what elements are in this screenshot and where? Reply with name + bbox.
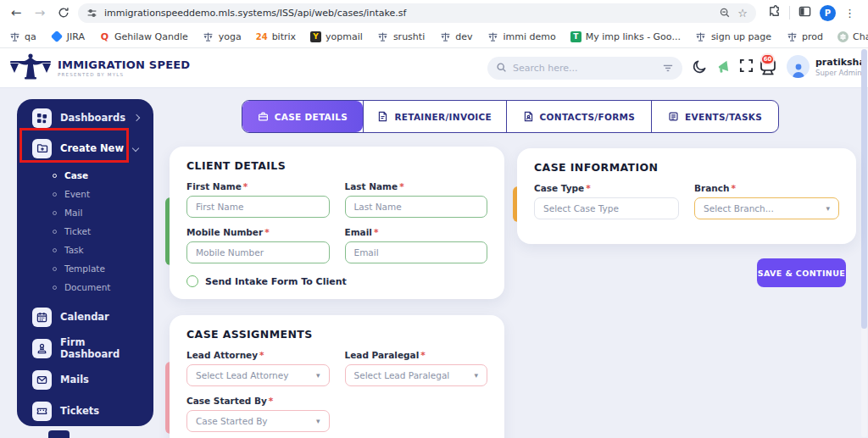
stamp-icon [32, 339, 52, 358]
reload-icon[interactable] [54, 3, 73, 22]
extensions-icon[interactable] [768, 5, 781, 21]
bullet-icon [53, 230, 57, 234]
search-input[interactable] [513, 63, 656, 74]
bullet-icon [53, 174, 57, 178]
bullet-icon [53, 211, 57, 215]
forward-icon[interactable]: → [31, 3, 49, 22]
bookmark-yoga[interactable]: yoga [203, 30, 242, 42]
caret-down-icon: ▾ [826, 204, 830, 213]
bookmark-immi-demo[interactable]: immi demo [487, 30, 555, 42]
mobile-number-input[interactable] [186, 241, 330, 263]
global-search[interactable] [487, 57, 682, 80]
announcement-megaphone-icon[interactable] [716, 58, 732, 75]
dark-mode-moon-icon[interactable] [692, 58, 708, 75]
bookmark-sign-up-page[interactable]: sign up page [695, 30, 771, 42]
sidebar-item-calendar[interactable]: Calendar [22, 303, 148, 330]
search-icon [496, 60, 507, 76]
side-panel-icon[interactable] [798, 5, 811, 21]
toolbar-divider [789, 6, 790, 19]
address-bar[interactable]: immigrationspeeddemo.mls.systems/ISS/api… [78, 3, 756, 23]
sidebar-item-firm-dashboard[interactable]: Firm Dashboard [22, 335, 148, 362]
scales-favicon [377, 30, 389, 42]
last-name-label: Last Name* [345, 181, 488, 191]
scales-favicon [439, 30, 451, 42]
sidebar-subitem-ticket[interactable]: Ticket [17, 222, 153, 241]
email-label: Email* [345, 227, 488, 237]
ticket-icon [32, 402, 52, 421]
case-type-input[interactable] [534, 197, 679, 219]
send-intake-form-label: Send Intake Form To Client [205, 276, 347, 287]
bookmark-srushti[interactable]: srushti [377, 30, 425, 42]
create-new-folder-plus-icon [32, 139, 52, 158]
mobile-number-label: Mobile Number* [186, 227, 330, 237]
brand-text: IMMIGRATION SPEED PRESENTED BY MYLS [58, 58, 190, 77]
send-intake-form-checkbox[interactable] [186, 275, 198, 287]
sidebar-subitem-template[interactable]: Template [17, 259, 153, 278]
calendar-icon [32, 308, 52, 327]
email-input[interactable] [345, 241, 488, 263]
case-started-by-select[interactable]: Case Started By▾ [186, 410, 330, 432]
tab-case-details[interactable]: CASE DETAILS [242, 101, 363, 132]
tab-contacts-forms[interactable]: CONTACTS/FORMS [506, 101, 652, 132]
last-name-input[interactable] [345, 196, 488, 218]
sidebar-item-create-new[interactable]: Create New [22, 134, 148, 163]
tab-retainer-invoice[interactable]: RETAINER/INVOICE [363, 101, 506, 132]
scales-favicon [487, 30, 498, 42]
caret-down-icon: ▾ [474, 371, 478, 380]
browser-profile-avatar[interactable]: P [820, 5, 836, 21]
page-scrollbar[interactable] [861, 49, 867, 437]
brand-subtitle: PRESENTED BY MYLS [58, 72, 190, 77]
sidebar-subitem-mail[interactable]: Mail [17, 203, 153, 222]
bookmark-bitrix[interactable]: 24 bitrix [256, 31, 296, 42]
first-name-label: First Name* [186, 181, 330, 191]
bookmark-dev[interactable]: dev [439, 30, 472, 42]
zoom-out-icon[interactable] [719, 7, 731, 19]
case-type-label: Case Type* [534, 183, 679, 193]
branch-label: Branch* [694, 183, 839, 193]
chevron-down-icon [132, 145, 139, 152]
bullet-icon [53, 267, 57, 271]
bullet-icon [53, 248, 57, 252]
brand[interactable]: IMMIGRATION SPEED PRESENTED BY MYLS [0, 52, 190, 84]
client-details-title: CLIENT DETAILS [186, 159, 487, 172]
bookmark-my-imp-links[interactable]: T My imp links - Goo... [570, 31, 681, 42]
sidebar-item-dashboards[interactable]: Dashboards [22, 105, 148, 130]
tab-events-tasks[interactable]: EVENTS/TASKS [651, 101, 778, 132]
search-filter-icon[interactable] [662, 60, 674, 76]
branch-select[interactable]: Select Branch...▾ [694, 197, 839, 219]
fullscreen-icon[interactable] [739, 58, 754, 73]
dashboards-grid-icon [32, 108, 52, 128]
browser-menu-icon[interactable]: ⋮ [844, 7, 855, 19]
scales-favicon [695, 30, 707, 42]
sidebar-subitem-event[interactable]: Event [17, 185, 153, 203]
url-text[interactable]: immigrationspeeddemo.mls.systems/ISS/api… [104, 8, 712, 19]
bookmark-gehilaw-qandle[interactable]: Q Gehilaw Qandle [99, 31, 188, 42]
scrollbar-thumb[interactable] [861, 49, 867, 329]
site-settings-icon[interactable] [86, 8, 97, 19]
lead-paralegal-select[interactable]: Select Lead Paralegal▾ [345, 364, 488, 386]
case-started-by-label: Case Started By* [186, 396, 330, 406]
sidebar-subitem-case[interactable]: Case [17, 166, 153, 185]
first-name-input[interactable] [186, 196, 330, 218]
sheets-favicon: T [570, 31, 581, 42]
sidebar-subitem-task[interactable]: Task [17, 241, 153, 259]
bookmark-star-icon[interactable]: ☆ [737, 7, 748, 19]
app-header: IMMIGRATION SPEED PRESENTED BY MYLS 60 [0, 48, 868, 88]
bookmark-prod[interactable]: prod [786, 30, 823, 42]
save-continue-button[interactable]: SAVE & CONTINUE [757, 258, 846, 287]
scales-favicon [203, 30, 214, 42]
jira-favicon [51, 30, 63, 42]
user-menu[interactable]: pratiksha Super Admin [787, 55, 868, 78]
chatgpt-favicon [837, 31, 849, 42]
back-icon[interactable]: ← [7, 3, 25, 22]
qandle-favicon: Q [99, 31, 110, 42]
sidebar-item-mails[interactable]: Mails [22, 366, 148, 393]
bookmark-jira[interactable]: JIRA [51, 30, 85, 42]
notifications-button[interactable]: 60 [758, 55, 782, 80]
bookmark-qa[interactable]: qa [8, 30, 36, 42]
bookmark-chatgpt[interactable]: ChatGPT [837, 31, 868, 42]
sidebar-subitem-document[interactable]: Document [17, 278, 153, 297]
lead-attorney-select[interactable]: Select Lead Attorney▾ [186, 364, 330, 386]
sidebar-item-tickets[interactable]: Tickets [22, 397, 148, 424]
bookmark-yopmail[interactable]: Y yopmail [310, 31, 363, 42]
